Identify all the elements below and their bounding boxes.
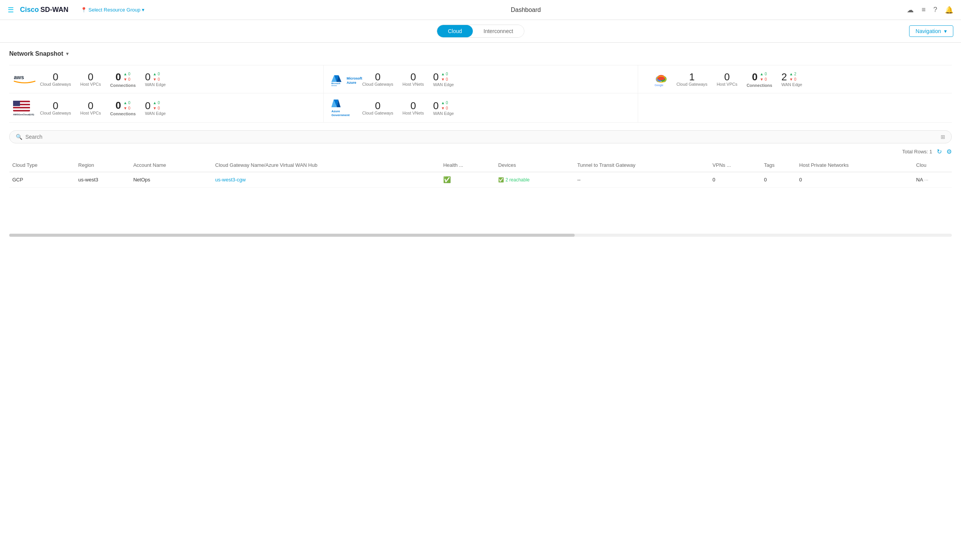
svg-rect-14 (13, 108, 30, 110)
brand-sdwan: SD-WAN (40, 6, 68, 14)
location-icon: 📍 (81, 7, 87, 13)
tab-interconnect[interactable]: Interconnect (473, 25, 524, 37)
cloud-icon[interactable]: ☁ (907, 6, 914, 14)
sub-navigation: Cloud Interconnect Navigation ▾ (0, 20, 961, 43)
azure-gov-logo (331, 99, 342, 110)
cell-vpns: 0 (710, 172, 761, 188)
page-title: Dashboard (511, 7, 541, 13)
azuregov-cloud-gateways: 0 Cloud Gateways (362, 101, 393, 115)
cell-tunnel: -- (574, 172, 710, 188)
tab-cloud[interactable]: Cloud (437, 25, 473, 37)
svg-rect-15 (13, 101, 20, 106)
more-options-icon[interactable]: ··· (924, 177, 928, 183)
azure-wan-edge: 0 ▲ 0 ▼ 0 WAN Edge (433, 71, 454, 87)
brand-cisco: Cisco (20, 6, 39, 14)
network-snapshot-header: Network Snapshot ▾ (9, 50, 952, 57)
col-account-name: Account Name (130, 158, 212, 172)
hamburger-icon[interactable]: ☰ (8, 6, 14, 14)
table-row: GCP us-west3 NetOps us-west3-cgw ✅ ✅ 2 r… (9, 172, 952, 188)
refresh-icon[interactable]: ↻ (937, 148, 942, 155)
azure-cloud-gateways: 0 Cloud Gateways (362, 72, 393, 86)
gcp-connections: 0 ▲ 0 ▼ 0 Connections (747, 71, 772, 88)
gcp-cloud-gateways: 1 Cloud Gateways (677, 72, 708, 86)
awsgov-host-vpcs: 0 Host VPCs (80, 101, 101, 115)
col-health: Health ... (440, 158, 495, 172)
provider-azure: Microsoft Azure MicrosoftAzure 0 Cloud G… (323, 65, 637, 93)
cell-account-name: NetOps (130, 172, 212, 188)
svg-text:aws: aws (14, 74, 24, 80)
azure-host-vnets: 0 Host VNets (402, 72, 424, 86)
gcp-logo: Google (653, 71, 670, 88)
col-gateway-name: Cloud Gateway Name/Azure Virtual WAN Hub (212, 158, 440, 172)
aws-gov-logo: AWSGovCloud(US) (13, 100, 36, 116)
svg-text:Microsoft: Microsoft (331, 82, 340, 85)
provider-gcp: Google 1 Cloud Gateways 0 Host VPCs 0 (638, 65, 952, 93)
reachable-icon: ✅ (498, 177, 504, 183)
col-cloud-type: Cloud Type (9, 158, 75, 172)
aws-cloud-gateways: 0 Cloud Gateways (40, 72, 71, 86)
cell-host-private-networks: 0 (796, 172, 913, 188)
providers-section: aws 0 Cloud Gateways 0 Host VPCs (9, 65, 952, 123)
main-content: Network Snapshot ▾ aws 0 Cloud Gateways (0, 43, 961, 560)
aws-host-vpcs: 0 Host VPCs (80, 72, 101, 86)
cell-region: us-west3 (75, 172, 130, 188)
col-devices: Devices (495, 158, 574, 172)
provider-aws: aws 0 Cloud Gateways 0 Host VPCs (9, 65, 323, 93)
cloud-gateways-table: Cloud Type Region Account Name Cloud Gat… (9, 158, 952, 188)
cell-gateway-name: us-west3-cgw (212, 172, 440, 188)
col-host-private-networks: Host Private Networks (796, 158, 913, 172)
help-icon[interactable]: ? (933, 6, 937, 14)
search-input[interactable] (25, 134, 941, 140)
search-bar: 🔍 ⊞ (9, 130, 952, 143)
total-rows-label: Total Rows: 1 (902, 149, 932, 155)
awsgov-cloud-gateways: 0 Cloud Gateways (40, 101, 71, 115)
cell-tags: 0 (761, 172, 796, 188)
health-icon: ✅ (443, 176, 451, 183)
aws-wan-edge: 0 ▲ 0 ▼ 0 WAN Edge (145, 71, 166, 87)
navigation-dropdown[interactable]: Navigation ▾ (909, 25, 953, 37)
filter-icon[interactable]: ⊞ (941, 134, 945, 140)
brand-logo: Cisco SD-WAN (20, 6, 68, 14)
chevron-down-icon: ▾ (944, 28, 947, 34)
azuregov-wan-edge: 0 ▲ 0 ▼ 0 WAN Edge (433, 100, 454, 116)
awsgov-wan-edge: 0 ▲ 0 ▼ 0 WAN Edge (145, 100, 166, 116)
svg-text:Azure: Azure (331, 85, 337, 86)
table-container: Cloud Type Region Account Name Cloud Gat… (9, 158, 952, 188)
cell-cloud: NA ··· (913, 172, 952, 188)
provider-aws-gov: AWSGovCloud(US) 0 Cloud Gateways 0 Host … (9, 93, 323, 122)
navigation-label: Navigation (916, 28, 941, 34)
col-region: Region (75, 158, 130, 172)
table-meta: Total Rows: 1 ↻ ⚙ (9, 148, 952, 155)
col-tunnel: Tunnel to Transit Gateway (574, 158, 710, 172)
provider-azure-gov: AzureGovernment 0 Cloud Gateways 0 Host … (323, 93, 637, 122)
awsgov-connections: 0 ▲ 0 ▼ 0 Connections (110, 100, 136, 116)
settings-icon[interactable]: ⚙ (946, 148, 952, 155)
gcp-wan-edge: 2 ▲ 2 ▼ 0 WAN Edge (781, 71, 802, 87)
menu-icon[interactable]: ≡ (921, 6, 926, 14)
snapshot-chevron-icon[interactable]: ▾ (66, 51, 68, 56)
svg-text:AWSGovCloud(US): AWSGovCloud(US) (13, 113, 34, 116)
col-vpns: VPNs ... (710, 158, 761, 172)
col-tags: Tags (761, 158, 796, 172)
network-snapshot-title: Network Snapshot (9, 50, 63, 57)
gcp-host-vpcs: 0 Host VPCs (717, 72, 737, 86)
notification-icon[interactable]: 🔔 (945, 6, 953, 14)
gateway-link[interactable]: us-west3-cgw (215, 177, 246, 183)
aws-logo: aws (13, 72, 36, 86)
tab-group: Cloud Interconnect (437, 25, 524, 38)
aws-connections: 0 ▲ 0 ▼ 0 Connections (110, 71, 136, 88)
col-cloud: Clou (913, 158, 952, 172)
cell-devices: ✅ 2 reachable (495, 172, 574, 188)
devices-reachable: ✅ 2 reachable (498, 177, 571, 183)
cell-cloud-type: GCP (9, 172, 75, 188)
svg-text:Google: Google (655, 84, 663, 87)
horizontal-scrollbar[interactable] (9, 234, 952, 237)
chevron-down-icon: ▾ (142, 7, 145, 13)
search-icon: 🔍 (16, 134, 22, 140)
top-navigation: ☰ Cisco SD-WAN 📍 Select Resource Group ▾… (0, 0, 961, 20)
cell-health: ✅ (440, 172, 495, 188)
azuregov-host-vnets: 0 Host VNets (402, 101, 424, 115)
resource-group-selector[interactable]: 📍 Select Resource Group ▾ (81, 7, 145, 13)
